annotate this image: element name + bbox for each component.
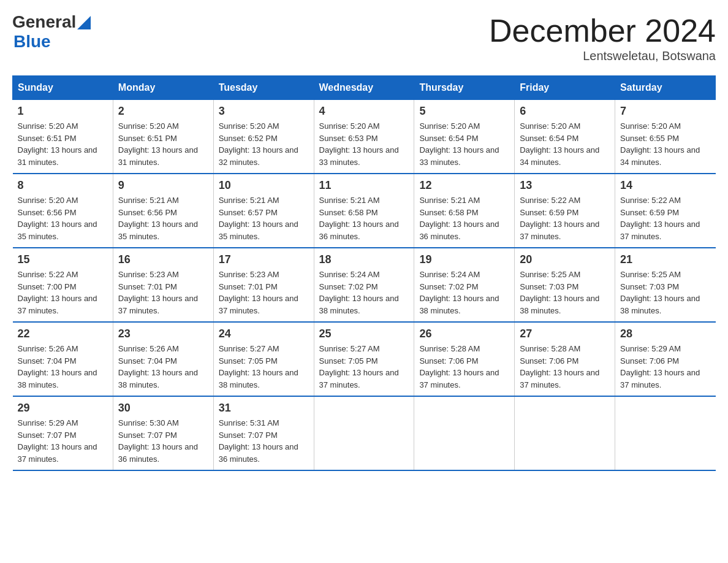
location: Lentsweletau, Botswana <box>489 49 716 63</box>
logo-general: General <box>12 12 76 32</box>
day-info: Sunrise: 5:20 AMSunset: 6:53 PMDaylight:… <box>319 120 409 168</box>
day-number: 11 <box>319 179 409 192</box>
month-title: December 2024 <box>489 12 716 49</box>
day-number: 2 <box>118 105 208 118</box>
weekday-header-saturday: Saturday <box>615 76 716 100</box>
day-number: 7 <box>620 105 710 118</box>
day-number: 21 <box>620 253 710 266</box>
day-number: 23 <box>118 327 208 340</box>
day-number: 31 <box>219 402 309 415</box>
week-row-5: 29Sunrise: 5:29 AMSunset: 7:07 PMDayligh… <box>13 396 716 470</box>
day-info: Sunrise: 5:24 AMSunset: 7:02 PMDaylight:… <box>419 269 509 316</box>
day-info: Sunrise: 5:20 AMSunset: 6:55 PMDaylight:… <box>620 120 710 168</box>
day-number: 26 <box>419 327 509 340</box>
day-info: Sunrise: 5:20 AMSunset: 6:54 PMDaylight:… <box>419 120 509 168</box>
day-info: Sunrise: 5:20 AMSunset: 6:54 PMDaylight:… <box>520 120 610 168</box>
day-info: Sunrise: 5:22 AMSunset: 6:59 PMDaylight:… <box>520 194 610 242</box>
day-cell-30: 30Sunrise: 5:30 AMSunset: 7:07 PMDayligh… <box>113 396 213 470</box>
day-info: Sunrise: 5:22 AMSunset: 7:00 PMDaylight:… <box>18 269 108 316</box>
day-number: 9 <box>118 179 208 192</box>
day-cell-22: 22Sunrise: 5:26 AMSunset: 7:04 PMDayligh… <box>13 322 113 396</box>
day-cell-17: 17Sunrise: 5:23 AMSunset: 7:01 PMDayligh… <box>213 248 314 322</box>
day-number: 28 <box>620 327 710 340</box>
day-cell-19: 19Sunrise: 5:24 AMSunset: 7:02 PMDayligh… <box>414 248 515 322</box>
weekday-header-sunday: Sunday <box>13 76 113 100</box>
day-number: 12 <box>419 179 509 192</box>
day-info: Sunrise: 5:27 AMSunset: 7:05 PMDaylight:… <box>219 343 309 391</box>
day-number: 1 <box>18 105 108 118</box>
weekday-header-friday: Friday <box>515 76 615 100</box>
logo-triangle-icon <box>77 16 91 29</box>
day-number: 24 <box>219 327 309 340</box>
day-info: Sunrise: 5:31 AMSunset: 7:07 PMDaylight:… <box>219 417 309 465</box>
day-info: Sunrise: 5:28 AMSunset: 7:06 PMDaylight:… <box>520 343 610 391</box>
week-row-3: 15Sunrise: 5:22 AMSunset: 7:00 PMDayligh… <box>13 248 716 322</box>
day-number: 30 <box>118 402 208 415</box>
day-number: 15 <box>18 253 108 266</box>
logo-blue: Blue <box>13 32 91 52</box>
day-cell-21: 21Sunrise: 5:25 AMSunset: 7:03 PMDayligh… <box>615 248 716 322</box>
weekday-header-tuesday: Tuesday <box>213 76 314 100</box>
week-row-1: 1Sunrise: 5:20 AMSunset: 6:51 PMDaylight… <box>13 100 716 174</box>
day-number: 4 <box>319 105 409 118</box>
day-cell-2: 2Sunrise: 5:20 AMSunset: 6:51 PMDaylight… <box>113 100 213 174</box>
week-row-4: 22Sunrise: 5:26 AMSunset: 7:04 PMDayligh… <box>13 322 716 396</box>
day-info: Sunrise: 5:21 AMSunset: 6:56 PMDaylight:… <box>118 194 208 242</box>
day-info: Sunrise: 5:27 AMSunset: 7:05 PMDaylight:… <box>319 343 409 391</box>
day-number: 10 <box>219 179 309 192</box>
day-number: 19 <box>419 253 509 266</box>
day-number: 18 <box>319 253 409 266</box>
day-info: Sunrise: 5:29 AMSunset: 7:07 PMDaylight:… <box>18 417 108 465</box>
day-info: Sunrise: 5:20 AMSunset: 6:51 PMDaylight:… <box>118 120 208 168</box>
day-number: 17 <box>219 253 309 266</box>
day-cell-25: 25Sunrise: 5:27 AMSunset: 7:05 PMDayligh… <box>314 322 414 396</box>
day-cell-8: 8Sunrise: 5:20 AMSunset: 6:56 PMDaylight… <box>13 174 113 248</box>
day-info: Sunrise: 5:20 AMSunset: 6:52 PMDaylight:… <box>219 120 309 168</box>
day-number: 29 <box>18 402 108 415</box>
day-info: Sunrise: 5:20 AMSunset: 6:56 PMDaylight:… <box>18 194 108 242</box>
day-number: 22 <box>18 327 108 340</box>
day-number: 16 <box>118 253 208 266</box>
title-block: December 2024 Lentsweletau, Botswana <box>489 12 716 63</box>
day-info: Sunrise: 5:23 AMSunset: 7:01 PMDaylight:… <box>219 269 309 316</box>
empty-cell <box>414 396 515 470</box>
calendar-table: SundayMondayTuesdayWednesdayThursdayFrid… <box>12 75 716 471</box>
day-info: Sunrise: 5:24 AMSunset: 7:02 PMDaylight:… <box>319 269 409 316</box>
day-info: Sunrise: 5:21 AMSunset: 6:58 PMDaylight:… <box>319 194 409 242</box>
empty-cell <box>615 396 716 470</box>
weekday-header-row: SundayMondayTuesdayWednesdayThursdayFrid… <box>13 76 716 100</box>
day-number: 3 <box>219 105 309 118</box>
weekday-header-thursday: Thursday <box>414 76 515 100</box>
weekday-header-wednesday: Wednesday <box>314 76 414 100</box>
day-number: 6 <box>520 105 610 118</box>
day-cell-15: 15Sunrise: 5:22 AMSunset: 7:00 PMDayligh… <box>13 248 113 322</box>
day-cell-28: 28Sunrise: 5:29 AMSunset: 7:06 PMDayligh… <box>615 322 716 396</box>
empty-cell <box>515 396 615 470</box>
day-number: 13 <box>520 179 610 192</box>
day-info: Sunrise: 5:29 AMSunset: 7:06 PMDaylight:… <box>620 343 710 391</box>
day-cell-14: 14Sunrise: 5:22 AMSunset: 6:59 PMDayligh… <box>615 174 716 248</box>
day-cell-27: 27Sunrise: 5:28 AMSunset: 7:06 PMDayligh… <box>515 322 615 396</box>
day-info: Sunrise: 5:21 AMSunset: 6:58 PMDaylight:… <box>419 194 509 242</box>
day-cell-6: 6Sunrise: 5:20 AMSunset: 6:54 PMDaylight… <box>515 100 615 174</box>
day-cell-4: 4Sunrise: 5:20 AMSunset: 6:53 PMDaylight… <box>314 100 414 174</box>
svg-marker-0 <box>77 16 91 29</box>
empty-cell <box>314 396 414 470</box>
day-cell-9: 9Sunrise: 5:21 AMSunset: 6:56 PMDaylight… <box>113 174 213 248</box>
day-number: 25 <box>319 327 409 340</box>
weekday-header-monday: Monday <box>113 76 213 100</box>
day-cell-10: 10Sunrise: 5:21 AMSunset: 6:57 PMDayligh… <box>213 174 314 248</box>
day-cell-26: 26Sunrise: 5:28 AMSunset: 7:06 PMDayligh… <box>414 322 515 396</box>
day-number: 20 <box>520 253 610 266</box>
day-cell-18: 18Sunrise: 5:24 AMSunset: 7:02 PMDayligh… <box>314 248 414 322</box>
day-info: Sunrise: 5:25 AMSunset: 7:03 PMDaylight:… <box>620 269 710 316</box>
page-header: General Blue December 2024 Lentsweletau,… <box>12 12 716 63</box>
day-info: Sunrise: 5:20 AMSunset: 6:51 PMDaylight:… <box>18 120 108 168</box>
day-cell-16: 16Sunrise: 5:23 AMSunset: 7:01 PMDayligh… <box>113 248 213 322</box>
day-cell-12: 12Sunrise: 5:21 AMSunset: 6:58 PMDayligh… <box>414 174 515 248</box>
day-info: Sunrise: 5:26 AMSunset: 7:04 PMDaylight:… <box>18 343 108 391</box>
week-row-2: 8Sunrise: 5:20 AMSunset: 6:56 PMDaylight… <box>13 174 716 248</box>
day-number: 14 <box>620 179 710 192</box>
day-info: Sunrise: 5:21 AMSunset: 6:57 PMDaylight:… <box>219 194 309 242</box>
day-cell-5: 5Sunrise: 5:20 AMSunset: 6:54 PMDaylight… <box>414 100 515 174</box>
